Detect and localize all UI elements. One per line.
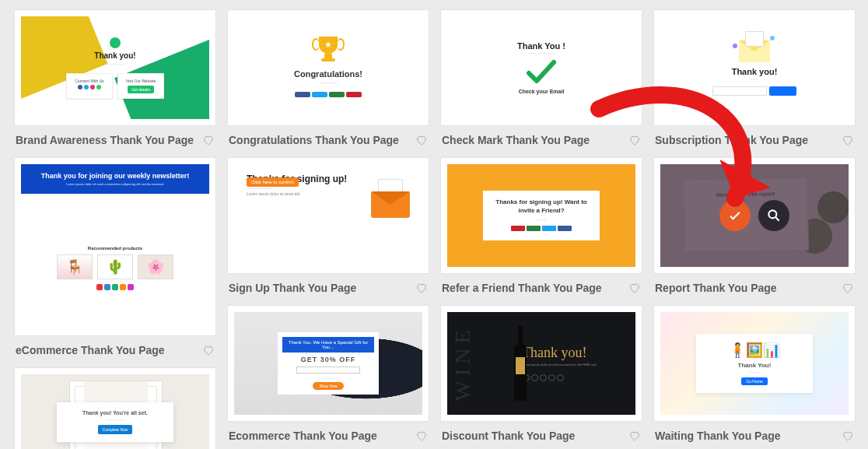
template-card[interactable]: Here's your free report Report Thank You… bbox=[653, 157, 856, 294]
template-card[interactable]: ★ Congratulations! —————— Congratulation… bbox=[227, 9, 429, 146]
template-thumb[interactable]: Thank you! You're all set. ——— ——— Compl… bbox=[14, 367, 216, 449]
envelope-icon bbox=[739, 40, 770, 62]
heart-icon[interactable] bbox=[202, 134, 215, 146]
box-title: Connect With Us bbox=[72, 79, 107, 83]
template-grid: Thank you! — — — — — Connect With Us Vis… bbox=[14, 9, 854, 449]
checkmark-icon bbox=[525, 59, 558, 84]
bottle-icon bbox=[514, 326, 527, 402]
template-caption: Congratulations Thank You Page bbox=[229, 134, 399, 146]
heart-icon[interactable] bbox=[415, 282, 428, 294]
box-title: Visit Our Website bbox=[123, 79, 159, 83]
template-card[interactable]: Thanks for signing up! ———— ———— Lorem i… bbox=[227, 157, 429, 294]
panel-header: Thank You. We Have a Special Gift for Yo… bbox=[282, 337, 374, 353]
template-card[interactable]: Thank you for joining our weekly newslet… bbox=[14, 157, 216, 356]
heart-icon[interactable] bbox=[628, 430, 641, 442]
template-caption: Discount Thank You Page bbox=[442, 430, 575, 442]
thumb-headline: Thank you! You're all set. bbox=[65, 410, 166, 416]
template-thumb[interactable]: Thank you! ——— bbox=[653, 9, 856, 126]
cta-button: Shop Now bbox=[313, 382, 343, 390]
heart-icon[interactable] bbox=[628, 134, 641, 146]
template-caption: Report Thank You Page bbox=[655, 282, 777, 294]
social-pills bbox=[294, 92, 362, 99]
grid-col-2: ★ Congratulations! —————— Congratulation… bbox=[227, 9, 429, 449]
template-card[interactable]: Thank You ! ———— ———— Check your Email C… bbox=[440, 9, 642, 146]
grid-col-4: Thank you! ——— Subscription Thank You Pa… bbox=[653, 9, 856, 449]
template-caption: Subscription Thank You Page bbox=[655, 134, 808, 146]
template-thumb[interactable]: Thank You. We Have a Special Gift for Yo… bbox=[227, 305, 429, 422]
heart-icon[interactable] bbox=[415, 430, 428, 442]
social-pills bbox=[491, 221, 592, 233]
social-icons bbox=[96, 284, 135, 292]
template-card[interactable]: WINE Thank you! Lorem ipsum dolor sit am… bbox=[440, 305, 642, 442]
banner-title: Thank you for joining our weekly newslet… bbox=[27, 172, 203, 180]
template-card[interactable]: Thank you! ——— Subscription Thank You Pa… bbox=[653, 9, 856, 146]
template-caption: Sign Up Thank You Page bbox=[229, 282, 356, 294]
magnify-icon bbox=[766, 208, 782, 223]
check-icon bbox=[727, 208, 743, 223]
template-thumb[interactable]: 🧍🖼️📊 Thank You! ——— Go Home bbox=[653, 305, 856, 422]
template-card[interactable]: Thank you! — — — — — Connect With Us Vis… bbox=[14, 9, 216, 146]
wine-text: WINE bbox=[450, 325, 475, 401]
template-thumb[interactable]: WINE Thank you! Lorem ipsum dolor sit am… bbox=[440, 305, 642, 422]
cta-button: Click here to confirm bbox=[247, 177, 299, 187]
thumb-headline: Thank you! bbox=[66, 51, 164, 60]
template-caption: Waiting Thank You Page bbox=[655, 430, 781, 442]
template-thumb-hovered[interactable]: Here's your free report bbox=[653, 157, 856, 274]
grid-col-3: Thank You ! ———— ———— Check your Email C… bbox=[440, 9, 642, 449]
template-caption: Brand Awareness Thank You Page bbox=[16, 134, 194, 146]
template-thumb[interactable]: Thanks for signing up! Want to invite a … bbox=[440, 157, 642, 274]
sub-text: Check your Email bbox=[519, 89, 565, 94]
thumb-headline: Thank you! bbox=[732, 67, 778, 76]
template-caption: eCommerce Thank You Page bbox=[16, 344, 165, 356]
thumb-headline: Congratulations! bbox=[294, 69, 362, 79]
template-caption: Check Mark Thank You Page bbox=[442, 134, 590, 146]
checkmark-icon bbox=[110, 37, 121, 48]
heart-icon[interactable] bbox=[842, 134, 854, 146]
hover-overlay bbox=[660, 164, 849, 267]
template-caption: Refer a Friend Thank You Page bbox=[442, 282, 602, 294]
cta-button: Get details bbox=[128, 86, 154, 93]
thumb-headline: Thank you! bbox=[522, 345, 600, 361]
offer-text: GET 30% OFF bbox=[282, 356, 374, 363]
grid-col-1: Thank you! — — — — — Connect With Us Vis… bbox=[14, 9, 216, 449]
cta-button: Complete Now bbox=[98, 425, 133, 434]
template-card[interactable]: 🧍🖼️📊 Thank You! ——— Go Home Waiting Than… bbox=[653, 305, 856, 442]
template-card[interactable]: Thank you! You're all set. ——— ——— Compl… bbox=[14, 367, 216, 449]
trophy-icon: ★ bbox=[314, 37, 342, 65]
heart-icon[interactable] bbox=[628, 282, 641, 294]
template-thumb[interactable]: ★ Congratulations! —————— bbox=[227, 9, 429, 126]
section-title: Recommended products bbox=[88, 246, 142, 251]
subscribe-button bbox=[769, 86, 796, 96]
thumb-headline: Thanks for signing up! Want to invite a … bbox=[491, 198, 592, 215]
cta-button: Go Home bbox=[741, 377, 767, 385]
preview-template-button[interactable] bbox=[758, 200, 789, 231]
social-icons bbox=[522, 370, 600, 383]
select-template-button[interactable] bbox=[719, 200, 751, 231]
template-caption: Ecommerce Thank You Page bbox=[229, 430, 377, 442]
heart-icon[interactable] bbox=[842, 430, 854, 442]
heart-icon[interactable] bbox=[202, 344, 215, 356]
thumb-headline: Thank You ! bbox=[517, 41, 565, 51]
thumb-headline: Thank You! bbox=[704, 362, 805, 369]
template-thumb[interactable]: Thank you! — — — — — Connect With Us Vis… bbox=[14, 9, 216, 126]
heart-icon[interactable] bbox=[415, 134, 428, 146]
illustration-icon: 🧍🖼️📊 bbox=[704, 342, 805, 359]
heart-icon[interactable] bbox=[842, 282, 854, 294]
template-thumb[interactable]: Thank you for joining our weekly newslet… bbox=[14, 157, 216, 336]
template-thumb[interactable]: Thanks for signing up! ———— ———— Lorem i… bbox=[227, 157, 429, 274]
svg-point-0 bbox=[768, 210, 776, 218]
template-card[interactable]: Thanks for signing up! Want to invite a … bbox=[440, 157, 642, 294]
envelope-icon bbox=[371, 191, 410, 218]
product-row: 🪑 🌵 🌸 bbox=[57, 254, 173, 279]
template-thumb[interactable]: Thank You ! ———— ———— Check your Email bbox=[440, 9, 642, 126]
template-card[interactable]: Thank You. We Have a Special Gift for Yo… bbox=[227, 305, 429, 442]
